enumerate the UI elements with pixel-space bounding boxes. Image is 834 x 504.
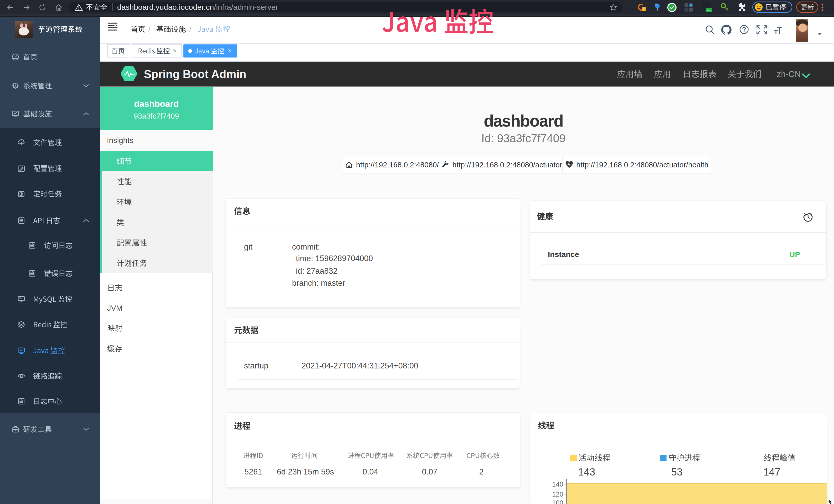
svg-text:1: 1 — [643, 7, 644, 11]
svg-text:on: on — [707, 9, 710, 12]
